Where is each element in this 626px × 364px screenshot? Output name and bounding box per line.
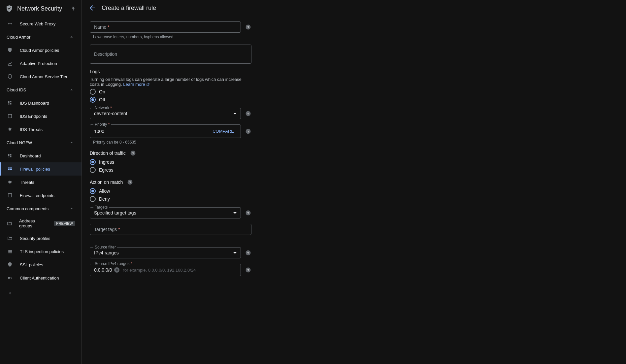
sidebar-item-label: Adaptive Protection xyxy=(20,61,57,66)
sidebar-header: Network Security xyxy=(0,0,82,17)
back-button[interactable] xyxy=(88,4,96,12)
svg-text:?: ? xyxy=(247,251,249,255)
help-icon[interactable]: ? xyxy=(245,24,251,30)
sidebar-item-service-tier[interactable]: Cloud Armor Service Tier xyxy=(0,70,82,83)
svg-text:?: ? xyxy=(247,25,249,29)
sidebar-item-label: Dashboard xyxy=(20,153,41,158)
network-value: devzero-content xyxy=(94,111,231,116)
name-field[interactable]: Name * xyxy=(90,21,241,33)
svg-rect-9 xyxy=(10,154,12,155)
description-field[interactable]: Description xyxy=(90,45,251,64)
svg-point-0 xyxy=(8,23,9,24)
sidebar-item-client-auth[interactable]: Client Authentication xyxy=(0,271,82,284)
chevron-up-icon xyxy=(68,205,75,212)
section-cloud-armor[interactable]: Cloud Armor xyxy=(0,30,82,44)
svg-rect-13 xyxy=(10,168,12,169)
svg-rect-15 xyxy=(10,169,12,170)
sidebar-item-ssl-policies[interactable]: SSL policies xyxy=(0,258,82,271)
sidebar-item-label: IDS Endpoints xyxy=(20,114,47,119)
svg-rect-8 xyxy=(8,154,10,156)
help-icon[interactable]: ? xyxy=(127,179,133,185)
endpoints-icon xyxy=(7,192,13,199)
sidebar-item-label: Cloud Armor Service Tier xyxy=(20,74,68,79)
svg-point-24 xyxy=(8,277,10,279)
targets-select[interactable]: Targets Specified target tags xyxy=(90,207,241,218)
source-filter-select[interactable]: Source filter IPv4 ranges xyxy=(90,247,241,258)
help-icon[interactable]: ? xyxy=(245,249,251,256)
action-title: Action on match ? xyxy=(90,179,618,185)
network-select[interactable]: Network * devzero-content xyxy=(90,108,241,119)
chevron-left-icon xyxy=(7,290,13,296)
section-cloud-ngfw[interactable]: Cloud NGFW xyxy=(0,136,82,149)
priority-helper: Priority can be 0 - 65535 xyxy=(90,140,251,145)
section-common-components[interactable]: Common components xyxy=(0,202,82,215)
help-icon[interactable]: ? xyxy=(245,110,251,117)
sidebar-item-label: SSL policies xyxy=(20,262,43,267)
sidebar-item-tls-inspection[interactable]: TLS inspection policies xyxy=(0,245,82,258)
logs-off-radio[interactable]: Off xyxy=(90,97,618,103)
shield-outline-icon xyxy=(7,73,13,80)
learn-more-link[interactable]: Learn more xyxy=(123,82,149,87)
help-icon[interactable]: ? xyxy=(245,210,251,216)
sidebar-item-threats[interactable]: Threats xyxy=(0,176,82,189)
dropdown-arrow-icon xyxy=(233,113,237,115)
radio-checked-icon xyxy=(90,188,96,194)
svg-text:?: ? xyxy=(247,129,249,133)
endpoints-icon xyxy=(7,113,13,119)
proxy-icon xyxy=(7,20,13,27)
help-icon[interactable]: ? xyxy=(245,267,251,273)
source-ranges-field[interactable]: Source IPv4 ranges * 0.0.0.0/0 for examp… xyxy=(90,264,241,276)
help-icon[interactable]: ? xyxy=(245,128,251,135)
external-link-icon xyxy=(146,83,150,87)
name-helper: Lowercase letters, numbers, hyphens allo… xyxy=(90,35,251,39)
target-tags-field[interactable]: Target tags * xyxy=(90,224,251,235)
logs-on-radio[interactable]: On xyxy=(90,89,618,95)
main-header: Create a firewall rule xyxy=(82,0,626,16)
priority-field[interactable]: Priority * 1000 COMPARE xyxy=(90,124,241,138)
svg-rect-23 xyxy=(9,252,12,253)
sidebar-item-label: Security profiles xyxy=(20,236,50,241)
radio-checked-icon xyxy=(90,159,96,165)
svg-rect-14 xyxy=(8,169,9,170)
main: Create a firewall rule Name * ? Lowercas… xyxy=(82,0,626,364)
sidebar-item-ids-endpoints[interactable]: IDS Endpoints xyxy=(0,110,82,123)
compare-button[interactable]: COMPARE xyxy=(210,127,237,135)
svg-rect-20 xyxy=(8,252,9,253)
svg-text:?: ? xyxy=(132,151,134,155)
sidebar-item-firewall-policies[interactable]: Firewall policies xyxy=(0,162,82,176)
sidebar-item-ids-threats[interactable]: IDS Threats xyxy=(0,123,82,136)
section-cloud-ids[interactable]: Cloud IDS xyxy=(0,83,82,96)
chip-remove-button[interactable] xyxy=(114,267,119,273)
direction-egress-radio[interactable]: Egress xyxy=(90,167,618,173)
sidebar-item-dashboard[interactable]: Dashboard xyxy=(0,149,82,162)
help-icon[interactable]: ? xyxy=(130,150,136,156)
dashboard-icon xyxy=(7,100,13,106)
list-icon xyxy=(7,248,13,255)
sidebar-collapse[interactable] xyxy=(0,284,82,300)
svg-point-16 xyxy=(9,181,11,183)
svg-rect-12 xyxy=(8,168,10,169)
sidebar-item-adaptive-protection[interactable]: Adaptive Protection xyxy=(0,57,82,70)
action-deny-radio[interactable]: Deny xyxy=(90,196,618,202)
sidebar-item-firewall-endpoints[interactable]: Firewall endpoints xyxy=(0,189,82,202)
sidebar-item-ids-dashboard[interactable]: IDS Dashboard xyxy=(0,96,82,110)
sidebar-item-security-profiles[interactable]: Security profiles xyxy=(0,232,82,245)
svg-rect-4 xyxy=(10,103,12,104)
ip-range-chip: 0.0.0.0/0 xyxy=(94,267,119,273)
sidebar-item-label: TLS inspection policies xyxy=(20,249,64,254)
sidebar-item-secure-web-proxy[interactable]: Secure Web Proxy xyxy=(0,17,82,30)
app-title: Network Security xyxy=(17,5,67,12)
action-allow-radio[interactable]: Allow xyxy=(90,188,618,194)
sidebar-item-address-groups[interactable]: Address groups PREVIEW xyxy=(0,215,82,232)
folder-icon xyxy=(7,235,13,242)
sidebar-item-label: Firewall policies xyxy=(20,167,50,172)
direction-ingress-radio[interactable]: Ingress xyxy=(90,159,618,165)
pin-icon[interactable] xyxy=(71,6,76,11)
svg-point-7 xyxy=(9,128,11,131)
logs-note: Turning on firewall logs can generate a … xyxy=(90,77,251,87)
svg-text:?: ? xyxy=(247,268,249,272)
example-text: for example, 0.0.0.0/0, 192.168.2.0/24 xyxy=(123,268,196,273)
priority-value: 1000 xyxy=(94,129,210,134)
sidebar-item-cloud-armor-policies[interactable]: Cloud Armor policies xyxy=(0,44,82,57)
sidebar-item-label: Cloud Armor policies xyxy=(20,48,59,53)
